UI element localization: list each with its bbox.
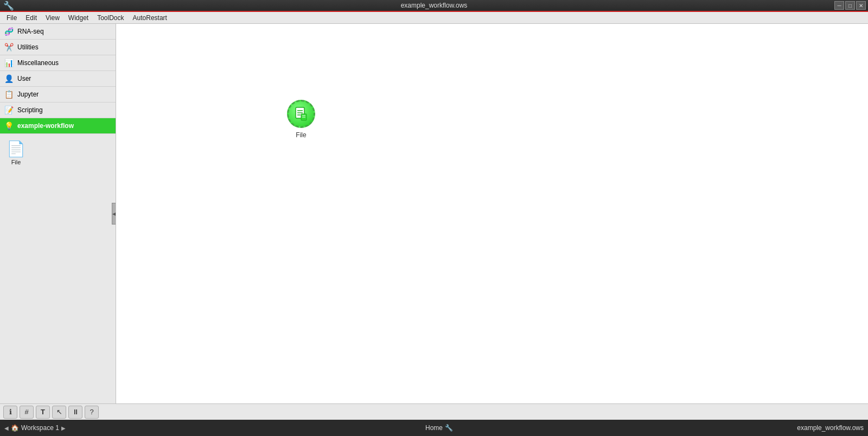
- minimize-button[interactable]: ─: [834, 1, 844, 10]
- sidebar: 🧬 RNA-seq ✂️ Utilities 📊 Miscellaneous 👤…: [0, 24, 116, 403]
- scripting-icon: 📝: [3, 105, 14, 116]
- rna-seq-icon: 🧬: [3, 26, 14, 37]
- toolbar-hash-button[interactable]: #: [20, 406, 34, 419]
- close-button[interactable]: ✕: [856, 1, 866, 10]
- menubar: File Edit View Widget ToolDock AutoResta…: [0, 12, 868, 24]
- canvas[interactable]: File: [116, 24, 868, 403]
- example-workflow-icon: 💡: [3, 120, 14, 131]
- example-workflow-label: example-workflow: [17, 122, 74, 130]
- file-node-svg: [293, 106, 309, 121]
- file-widget-item[interactable]: 📄 File: [4, 139, 28, 168]
- utilities-label: Utilities: [17, 43, 39, 51]
- menu-widget[interactable]: Widget: [64, 13, 93, 23]
- file-widget-icon: 📄: [7, 142, 25, 157]
- menu-tooldock[interactable]: ToolDock: [93, 13, 128, 23]
- jupyter-icon: 📋: [3, 89, 14, 100]
- miscellaneous-icon: 📊: [3, 57, 14, 68]
- statusbar-logo: 🔧: [445, 424, 453, 432]
- rna-seq-label: RNA-seq: [17, 28, 44, 35]
- workspace-icon: 🏠: [11, 424, 19, 432]
- titlebar: 🔧 example_workflow.ows ─ □ ✕: [0, 0, 868, 12]
- sidebar-item-utilities[interactable]: ✂️ Utilities: [0, 40, 116, 55]
- restore-button[interactable]: □: [845, 1, 855, 10]
- statusbar-home-label: Home: [425, 424, 443, 432]
- file-widget-label: File: [11, 159, 21, 165]
- file-node-icon: [287, 100, 315, 128]
- collapse-arrow-icon: ◀: [112, 211, 116, 216]
- file-canvas-node[interactable]: File: [287, 100, 315, 139]
- workspace-next-arrow[interactable]: ▶: [61, 425, 66, 431]
- file-node-label: File: [296, 131, 306, 139]
- menu-view[interactable]: View: [41, 13, 64, 23]
- statusbar: ◀ 🏠 Workspace 1 ▶ Home 🔧 example_workflo…: [0, 420, 868, 436]
- sidebar-file-widget-area: 📄 File: [0, 134, 116, 172]
- jupyter-label: Jupyter: [17, 91, 39, 98]
- sidebar-scroll[interactable]: 🧬 RNA-seq ✂️ Utilities 📊 Miscellaneous 👤…: [0, 24, 116, 403]
- toolbar-info-button[interactable]: ℹ: [3, 406, 17, 419]
- user-label: User: [17, 75, 31, 82]
- scripting-label: Scripting: [17, 106, 43, 114]
- sidebar-item-miscellaneous[interactable]: 📊 Miscellaneous: [0, 55, 116, 71]
- titlebar-title: example_workflow.ows: [401, 2, 468, 9]
- toolbar-pause-button[interactable]: ⏸: [68, 406, 82, 419]
- statusbar-workspace: ◀ 🏠 Workspace 1 ▶: [4, 424, 66, 432]
- menu-edit[interactable]: Edit: [21, 13, 41, 23]
- toolbar-help-button[interactable]: ?: [85, 406, 99, 419]
- menu-file[interactable]: File: [2, 13, 21, 23]
- toolbar-text-button[interactable]: T: [36, 406, 50, 419]
- titlebar-logo: 🔧: [3, 1, 14, 11]
- bottom-toolbar: ℹ # T ↖ ⏸ ?: [0, 403, 868, 420]
- miscellaneous-label: Miscellaneous: [17, 59, 59, 67]
- menu-autorestart[interactable]: AutoRestart: [129, 13, 171, 23]
- main-layout: 🧬 RNA-seq ✂️ Utilities 📊 Miscellaneous 👤…: [0, 24, 868, 403]
- sidebar-item-example-workflow[interactable]: 💡 example-workflow: [0, 118, 116, 134]
- toolbar-arrow-button[interactable]: ↖: [52, 406, 66, 419]
- sidebar-item-rna-seq[interactable]: 🧬 RNA-seq: [0, 24, 116, 40]
- statusbar-filename: example_workflow.ows: [797, 424, 864, 432]
- titlebar-controls: ─ □ ✕: [834, 1, 866, 10]
- workspace-label: Workspace 1: [21, 424, 59, 432]
- sidebar-collapse-button[interactable]: ◀: [112, 203, 116, 225]
- sidebar-item-scripting[interactable]: 📝 Scripting: [0, 102, 116, 118]
- sidebar-item-user[interactable]: 👤 User: [0, 71, 116, 87]
- utilities-icon: ✂️: [3, 42, 14, 53]
- user-icon: 👤: [3, 73, 14, 84]
- sidebar-item-jupyter[interactable]: 📋 Jupyter: [0, 87, 116, 102]
- workspace-prev-arrow[interactable]: ◀: [4, 425, 9, 431]
